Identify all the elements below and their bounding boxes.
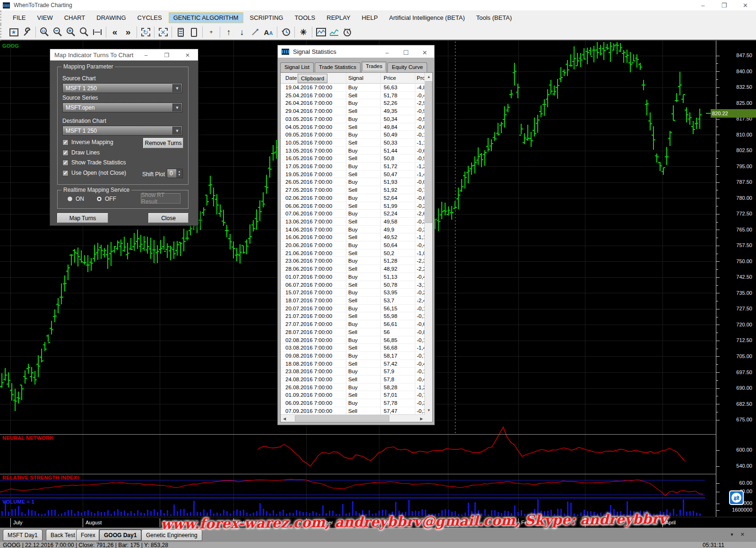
trade-row[interactable]: 13.05.2016 7:00:00Buy51,44-0,6 (281, 147, 425, 155)
map-close-button[interactable]: ✕ (177, 50, 198, 61)
trade-row[interactable]: 24.08.2016 7:00:00Sell57,8-0,4 (281, 376, 425, 384)
scroll-up-icon[interactable]: ▲ (425, 73, 433, 81)
month-label: July (10, 518, 23, 527)
trade-row[interactable]: 01.07.2016 7:00:00Buy51,13-0,4 (281, 273, 425, 281)
trade-row[interactable]: 26.04.2016 7:00:00Buy52,26-2,9 (281, 99, 425, 107)
trade-row[interactable]: 28.06.2016 7:00:00Sell48,92-2,2 (281, 265, 425, 273)
status-text: GOOG | 22.12.2016 7:00:00 | Close: 791,2… (0, 542, 168, 548)
scroll-left-icon[interactable]: ◀ (281, 415, 288, 422)
trade-row[interactable]: 17.05.2016 7:00:00Buy51,72-1,2 (281, 163, 425, 171)
chart-tab-goog-day1[interactable]: GOOG Day1 (99, 529, 142, 541)
trade-row[interactable]: 07.06.2016 7:00:00Buy52,24-2,6 (281, 210, 425, 218)
trade-row[interactable]: 18.08.2016 7:00:00Sell57,42-0,4 (281, 360, 425, 368)
trade-row[interactable]: 06.09.2016 7:00:00Buy57,78-0,3 (281, 399, 425, 407)
chevron-down-icon[interactable]: ▼ (172, 103, 181, 111)
trade-row[interactable]: 29.04.2016 7:00:00Sell49,35-0,9 (281, 107, 425, 115)
radio-circle-icon[interactable] (67, 196, 73, 202)
trade-row[interactable]: 03.05.2016 7:00:00Buy50,34-0,5 (281, 115, 425, 123)
shift-plot-stepper[interactable]: 0 ▲▼ (167, 169, 183, 178)
chevron-down-icon[interactable]: ▼ (172, 84, 181, 92)
trade-row[interactable]: 13.06.2016 7:00:00Sell49,58-0,3 (281, 218, 425, 226)
signal-dialog-icon (282, 49, 289, 55)
radio-circle-icon[interactable] (96, 196, 102, 202)
remote-access-icon[interactable]: ⇄ (729, 490, 744, 505)
tabbar-controls[interactable]: ▾ ✕ (730, 531, 747, 538)
trade-row[interactable]: 27.05.2016 7:00:00Sell51,92-0,7 (281, 186, 425, 194)
remove-turns-button[interactable]: Remove Turns (143, 138, 183, 148)
trade-row[interactable]: 01.09.2016 7:00:00Sell57,01-0,7 (281, 391, 425, 399)
trade-row[interactable]: 21.07.2016 7:00:00Sell55,98-0,1 (281, 312, 425, 320)
show-rt-result-button[interactable]: Show RT Result (141, 193, 180, 204)
trade-row[interactable]: 10.05.2016 7:00:00Sell50,33-1,1 (281, 139, 425, 147)
trade-row[interactable]: 19.05.2016 7:00:00Sell50,47-1,4 (281, 171, 425, 179)
trade-row[interactable]: 06.06.2016 7:00:00Sell51,99-0,2 (281, 202, 425, 210)
trade-row[interactable]: 26.08.2016 7:00:00Buy58,28-1,2 (281, 384, 425, 392)
month-label: August (83, 518, 102, 527)
close-dialog-button[interactable]: Close (148, 213, 189, 223)
checkbox-inverse-mapping[interactable]: ✓Inverse Mapping (62, 139, 113, 146)
chevron-down-icon[interactable]: ▼ (172, 127, 181, 135)
col-signal[interactable]: Signal (348, 75, 363, 81)
trade-row[interactable]: 20.06.2016 7:00:00Buy50,64-0,4 (281, 241, 425, 249)
checkmark-icon[interactable]: ✓ (62, 150, 69, 156)
trade-row[interactable]: 16.05.2016 7:00:00Sell50,8-0,9 (281, 154, 425, 163)
col-date[interactable]: Date (285, 75, 297, 81)
map-minimize-button[interactable]: – (136, 50, 156, 61)
vertical-scrollbar[interactable]: ▲ ▼ (424, 73, 432, 422)
source-chart-select[interactable]: MSFT 1 250 ▼ (62, 83, 182, 93)
tab-trade-statistics[interactable]: Trade Statistics (315, 62, 361, 72)
scroll-right-icon[interactable]: ▶ (418, 415, 425, 422)
trade-row[interactable]: 27.07.2016 7:00:00Buy56,61-0,6 (281, 320, 425, 328)
trade-row[interactable]: 16.06.2016 7:00:00Sell49,52-1,1 (281, 233, 425, 241)
scroll-down-icon[interactable]: ▼ (425, 406, 433, 414)
signal-maximize-button[interactable]: ☐ (396, 46, 415, 59)
horizontal-scroll-thumb[interactable] (295, 415, 389, 421)
trade-row[interactable]: 21.06.2016 7:00:00Sell50,2-1,0 (281, 249, 425, 257)
trade-row[interactable]: 23.06.2016 7:00:00Buy51,28-2,3 (281, 257, 425, 265)
chart-tab-msft-day1[interactable]: MSFT Day1 (3, 529, 43, 541)
chart-tab-back-test[interactable]: Back Test (46, 529, 80, 541)
tab-equity-curve[interactable]: Equity Curve (387, 62, 427, 72)
destination-chart-select[interactable]: MSFT 1 250 ▼ (62, 126, 182, 136)
horizontal-scrollbar[interactable]: ◀ ▶ (281, 414, 425, 422)
tab-trades[interactable]: Trades (361, 61, 387, 72)
map-turns-button[interactable]: Map Turns (57, 213, 108, 223)
trade-row[interactable]: 18.07.2016 7:00:00Sell53,7-2,4 (281, 297, 425, 305)
trade-row[interactable]: 03.08.2016 7:00:00Sell56,68-1,4 (281, 344, 425, 352)
trade-row[interactable]: 09.05.2016 7:00:00Buy50,49-0,1 (281, 131, 425, 139)
trade-row[interactable]: 04.05.2016 7:00:00Sell49,84-0,6 (281, 123, 425, 131)
signal-dialog-titlebar[interactable]: Signal Statistics – ☐ ✕ (278, 45, 434, 58)
checkbox-show-trade-statistics[interactable]: ✓Show Trade Statistics (62, 159, 126, 166)
trade-row[interactable]: 26.05.2016 7:00:00Buy51,93-0,0 (281, 178, 425, 186)
trade-row[interactable]: 28.07.2016 7:00:00Sell56-0,8 (281, 328, 425, 336)
trade-row[interactable]: 02.06.2016 7:00:00Buy52,64-0,6 (281, 194, 425, 202)
chart-tab-forex[interactable]: Forex (76, 529, 100, 541)
signal-close-button[interactable]: ✕ (415, 46, 434, 59)
trade-row[interactable]: 06.07.2016 7:00:00Sell50,78-3,1 (281, 281, 425, 289)
checkmark-icon[interactable]: ✓ (62, 170, 69, 176)
trade-row[interactable]: 09.08.2016 7:00:00Buy58,17-0,7 (281, 352, 425, 360)
checkmark-icon[interactable]: ✓ (62, 160, 69, 166)
checkbox-draw-lines[interactable]: ✓Draw Lines (62, 149, 100, 156)
trade-row[interactable]: 25.04.2016 7:00:00Sell51,78-0,4 (281, 92, 425, 100)
radio-on[interactable]: ON (67, 196, 84, 202)
map-maximize-button[interactable]: ❐ (156, 50, 177, 61)
trade-row[interactable]: 02.08.2016 7:00:00Buy56,85-0,1 (281, 336, 425, 344)
map-dialog-titlebar[interactable]: Map Indicator Turns To Chart – ❐ ✕ (50, 49, 198, 60)
trade-row[interactable]: 23.08.2016 7:00:00Buy57,9-0,1 (281, 368, 425, 376)
trade-row[interactable]: 14.06.2016 7:00:00Buy49,9-0,3 (281, 226, 425, 234)
checkmark-icon[interactable]: ✓ (62, 139, 69, 146)
signal-minimize-button[interactable]: – (378, 46, 396, 59)
source-series-select[interactable]: MSFT.open ▼ (62, 103, 182, 112)
indicator-tick-label: 540.00 (715, 463, 752, 469)
vertical-scroll-thumb[interactable] (425, 81, 432, 223)
trade-row[interactable]: 19.04.2016 7:00:00Buy56,63-4,8 (281, 84, 425, 92)
tab-signal-list[interactable]: Signal List (280, 62, 314, 72)
trade-row[interactable]: 20.07.2016 7:00:00Buy56,15-0,1 (281, 305, 425, 313)
checkbox-use-open-not-close-[interactable]: ✓Use Open (not Close) (62, 170, 126, 176)
stepper-arrows-icon[interactable]: ▲▼ (176, 169, 182, 178)
trade-row[interactable]: 15.07.2016 7:00:00Buy53,95-0,2 (281, 289, 425, 297)
col-price[interactable]: Price (384, 75, 396, 81)
clipboard-button[interactable]: Clipboard (298, 74, 327, 83)
radio-off[interactable]: OFF (96, 196, 116, 202)
